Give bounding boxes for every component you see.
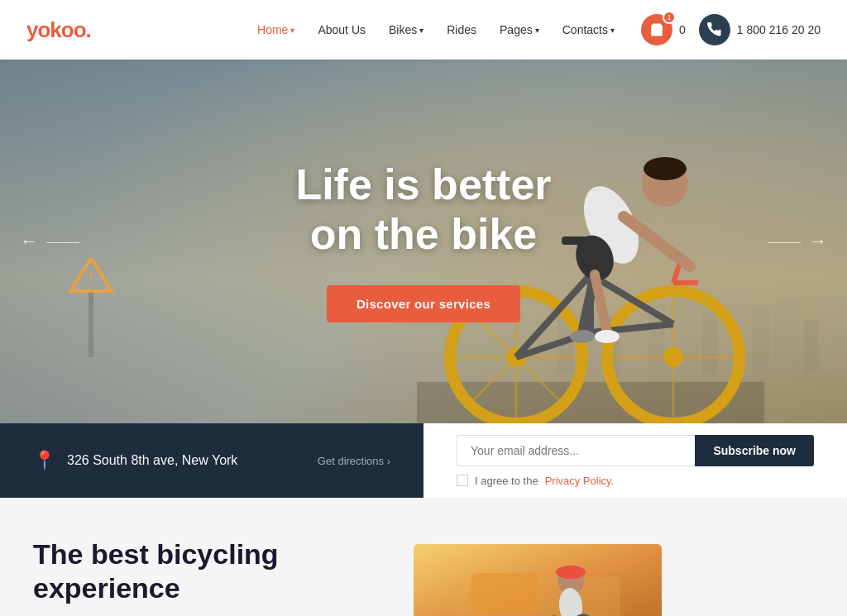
svg-point-48 (556, 566, 586, 579)
bottom-title: The best bicycling experience (33, 537, 380, 605)
address-left: 📍 326 South 8th ave, New York (33, 450, 237, 471)
subscribe-row: Subscribe now (457, 435, 814, 466)
cart-button[interactable]: 1 0 (641, 14, 686, 45)
bottom-thumbnail (414, 544, 662, 616)
privacy-policy-link[interactable]: Privacy Policy. (545, 475, 615, 487)
header: yokoo. Home ▾ About Us Bikes ▾ Rides Pag… (0, 0, 847, 60)
privacy-text: I agree to the (475, 475, 538, 487)
address-text: 326 South 8th ave, New York (67, 453, 237, 468)
email-input[interactable] (457, 435, 695, 466)
nav-item-about[interactable]: About Us (318, 23, 366, 36)
nav-item-bikes[interactable]: Bikes ▾ (389, 23, 424, 36)
hero-title: Life is better on the bike (295, 160, 551, 260)
nav-item-pages[interactable]: Pages ▾ (500, 23, 539, 36)
subscribe-button[interactable]: Subscribe now (695, 435, 814, 466)
address-section: 📍 326 South 8th ave, New York Get direct… (0, 423, 424, 498)
logo[interactable]: yokoo. (26, 17, 91, 43)
get-directions-link[interactable]: Get directions (318, 455, 390, 467)
svg-rect-46 (471, 573, 538, 614)
bottom-right (414, 537, 814, 616)
nav-item-home[interactable]: Home ▾ (257, 23, 294, 36)
phone-icon (699, 14, 730, 45)
hero-prev-arrow[interactable]: ← (20, 232, 79, 251)
hero-next-arrow[interactable]: → (768, 232, 827, 251)
chevron-down-icon: ▾ (535, 26, 539, 35)
main-nav: Home ▾ About Us Bikes ▾ Rides Pages ▾ Co… (257, 23, 615, 36)
logo-dot: . (86, 17, 91, 42)
chevron-down-icon: ▾ (419, 26, 424, 35)
bottom-left: The best bicycling experience (33, 537, 380, 616)
nav-item-rides[interactable]: Rides (447, 23, 476, 36)
location-pin-icon: 📍 (33, 450, 55, 471)
hero-section: ! Life is better on the bike Discover ou… (0, 60, 847, 423)
cart-badge: 1 (663, 11, 676, 24)
header-actions: 1 0 1 800 216 20 20 (641, 14, 821, 45)
hero-content: Life is better on the bike Discover our … (0, 60, 847, 423)
privacy-row: I agree to the Privacy Policy. (457, 475, 814, 487)
cart-count: 0 (679, 23, 686, 36)
subscribe-section: Subscribe now I agree to the Privacy Pol… (424, 423, 847, 498)
info-bar: 📍 326 South 8th ave, New York Get direct… (0, 423, 847, 498)
logo-text-main: yokoo (26, 17, 86, 42)
thumbnail-inner (414, 544, 662, 616)
chevron-down-icon: ▾ (290, 26, 294, 35)
bottom-section: The best bicycling experience (0, 498, 847, 616)
phone-button[interactable]: 1 800 216 20 20 (699, 14, 821, 45)
cart-icon: 1 (641, 14, 672, 45)
hero-cta-button[interactable]: Discover our services (327, 285, 520, 322)
nav-item-contacts[interactable]: Contacts ▾ (562, 23, 615, 36)
privacy-checkbox[interactable] (457, 475, 468, 486)
phone-number: 1 800 216 20 20 (737, 23, 821, 36)
chevron-down-icon: ▾ (610, 26, 615, 35)
